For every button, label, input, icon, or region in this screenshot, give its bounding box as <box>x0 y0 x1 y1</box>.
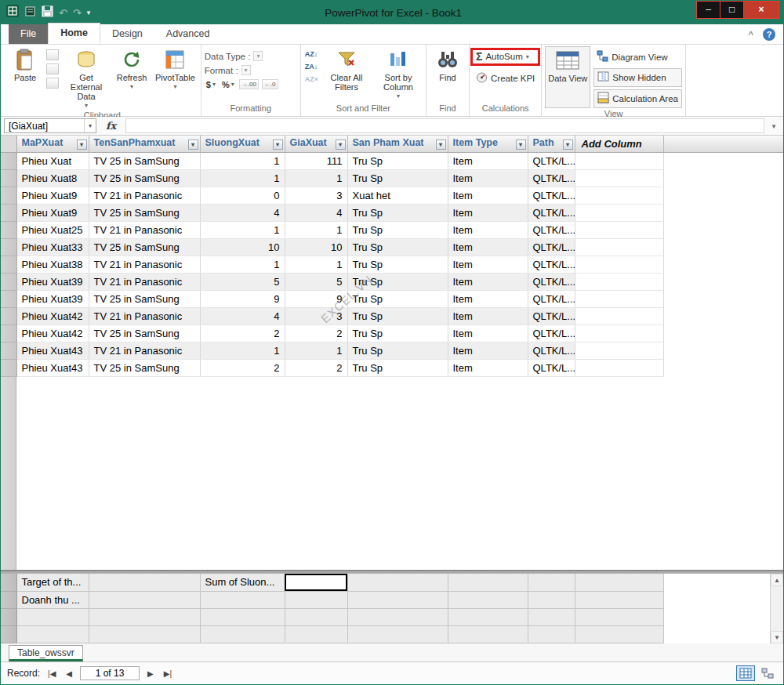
get-external-data-button[interactable]: Get External Data ▾ <box>62 46 111 110</box>
cell[interactable]: Tru Sp <box>347 238 448 256</box>
next-record-button[interactable]: ▶ <box>145 668 156 680</box>
cell[interactable]: Tru Sp <box>347 256 448 273</box>
row-header[interactable] <box>1 204 16 221</box>
cell[interactable]: 4 <box>200 204 285 221</box>
measure-cell[interactable] <box>575 574 663 591</box>
cell[interactable]: TV 25 in SamSung <box>89 238 200 256</box>
cell[interactable]: Phieu Xuat42 <box>16 307 89 324</box>
cell[interactable]: Phieu Xuat9 <box>16 204 89 221</box>
row-header[interactable] <box>1 290 16 307</box>
cell[interactable]: TV 25 in SamSung <box>89 152 200 169</box>
add-column-cell[interactable] <box>575 221 663 238</box>
cell[interactable]: Item <box>448 256 528 273</box>
cell[interactable]: QLTK/L... <box>528 273 575 290</box>
add-column-cell[interactable] <box>575 324 663 342</box>
cell[interactable]: 1 <box>285 256 347 273</box>
cell[interactable]: QLTK/L... <box>528 187 575 204</box>
cell[interactable]: Tru Sp <box>347 290 448 307</box>
cell[interactable]: QLTK/L... <box>528 307 575 324</box>
filter-icon[interactable]: ▾ <box>436 140 446 150</box>
row-header[interactable] <box>1 359 16 376</box>
tab-advanced[interactable]: Advanced <box>154 24 222 44</box>
cell[interactable]: TV 25 in SamSung <box>89 324 200 342</box>
add-column-cell[interactable] <box>575 273 663 290</box>
measure-row-header[interactable] <box>1 608 16 625</box>
cell[interactable]: Tru Sp <box>347 273 448 290</box>
cell[interactable]: TV 25 in SamSung <box>89 290 200 307</box>
column-header-San Pham Xuat[interactable]: ▾San Pham Xuat <box>347 136 448 152</box>
cell[interactable]: 1 <box>285 342 347 359</box>
calculation-area-button[interactable]: Calculation Area <box>593 89 682 108</box>
cell[interactable]: Phieu Xuat9 <box>16 187 89 204</box>
cell[interactable]: QLTK/L... <box>528 204 575 221</box>
measure-cell[interactable] <box>528 574 575 591</box>
cell[interactable]: Phieu Xuat43 <box>16 342 89 359</box>
filter-icon[interactable]: ▾ <box>188 140 198 150</box>
measure-cell[interactable] <box>448 574 528 591</box>
cell[interactable]: 1 <box>200 152 285 169</box>
cell[interactable]: TV 21 in Panasonic <box>89 307 200 324</box>
cell[interactable]: Item <box>448 221 528 238</box>
add-column-cell[interactable] <box>575 204 663 221</box>
measure-row-header[interactable] <box>1 574 16 591</box>
cell[interactable]: Item <box>448 290 528 307</box>
cell[interactable]: QLTK/L... <box>528 324 575 342</box>
previous-record-button[interactable]: ◀ <box>64 668 74 680</box>
measure-cell[interactable]: Doanh thu ... <box>16 591 89 608</box>
cell[interactable]: 5 <box>285 273 347 290</box>
cell[interactable]: Tru Sp <box>347 169 448 187</box>
filter-icon[interactable]: ▾ <box>77 140 87 150</box>
redo-icon[interactable]: ↷ <box>73 7 82 19</box>
tab-design[interactable]: Design <box>100 24 154 44</box>
add-column-cell[interactable] <box>575 342 663 359</box>
cell[interactable]: 111 <box>285 152 347 169</box>
row-header[interactable] <box>1 238 16 256</box>
measure-cell[interactable] <box>89 608 200 625</box>
cell[interactable]: 10 <box>200 238 285 256</box>
create-kpi-button[interactable]: Create KPI <box>473 70 538 87</box>
cell[interactable]: Item <box>448 342 528 359</box>
row-header[interactable] <box>1 342 16 359</box>
measure-cell[interactable] <box>347 574 448 591</box>
cell[interactable]: QLTK/L... <box>528 238 575 256</box>
cell[interactable]: Tru Sp <box>347 307 448 324</box>
cell[interactable]: 5 <box>200 273 285 290</box>
cell[interactable]: 1 <box>200 169 285 187</box>
grid-view-toggle[interactable] <box>736 665 755 681</box>
data-type-dropdown[interactable]: Data Type : ▾ <box>205 51 297 61</box>
measure-cell[interactable] <box>528 625 575 643</box>
copy-icon[interactable] <box>46 78 59 89</box>
name-box-dropdown-icon[interactable]: ▾ <box>84 119 96 132</box>
clear-all-filters-button[interactable]: Clear All Filters <box>322 46 371 103</box>
cell[interactable]: TV 21 in Panasonic <box>89 342 200 359</box>
book-icon[interactable] <box>24 5 36 20</box>
cell[interactable]: Phieu Xuat25 <box>16 221 89 238</box>
measure-cell[interactable] <box>347 625 448 643</box>
cell[interactable]: 1 <box>200 342 285 359</box>
fx-icon[interactable]: fx <box>100 120 122 132</box>
app-icon[interactable] <box>6 5 19 20</box>
measure-cell[interactable] <box>528 608 575 625</box>
scroll-up-icon[interactable]: ▲ <box>771 574 783 586</box>
cell[interactable]: 3 <box>285 307 347 324</box>
measure-cell[interactable] <box>16 608 89 625</box>
cell[interactable]: 4 <box>200 307 285 324</box>
sort-za-icon[interactable]: ZA↓ <box>304 62 319 71</box>
measure-cell[interactable] <box>528 591 575 608</box>
measure-cell[interactable] <box>575 625 663 643</box>
measure-row-header[interactable] <box>1 591 16 608</box>
cell[interactable]: Tru Sp <box>347 342 448 359</box>
add-column-cell[interactable] <box>575 238 663 256</box>
paste-replace-icon[interactable] <box>46 63 59 74</box>
formula-input[interactable] <box>125 118 764 133</box>
row-header[interactable] <box>1 307 16 324</box>
maximize-button[interactable]: □ <box>720 2 744 18</box>
cell[interactable]: 1 <box>285 221 347 238</box>
cell[interactable]: 2 <box>285 324 347 342</box>
cell[interactable]: QLTK/L... <box>528 342 575 359</box>
cell[interactable]: TV 21 in Panasonic <box>89 187 200 204</box>
cell[interactable]: QLTK/L... <box>528 221 575 238</box>
measure-cell[interactable] <box>347 608 448 625</box>
column-header-Item Type[interactable]: ▾Item Type <box>448 136 528 152</box>
cell[interactable]: 4 <box>285 204 347 221</box>
